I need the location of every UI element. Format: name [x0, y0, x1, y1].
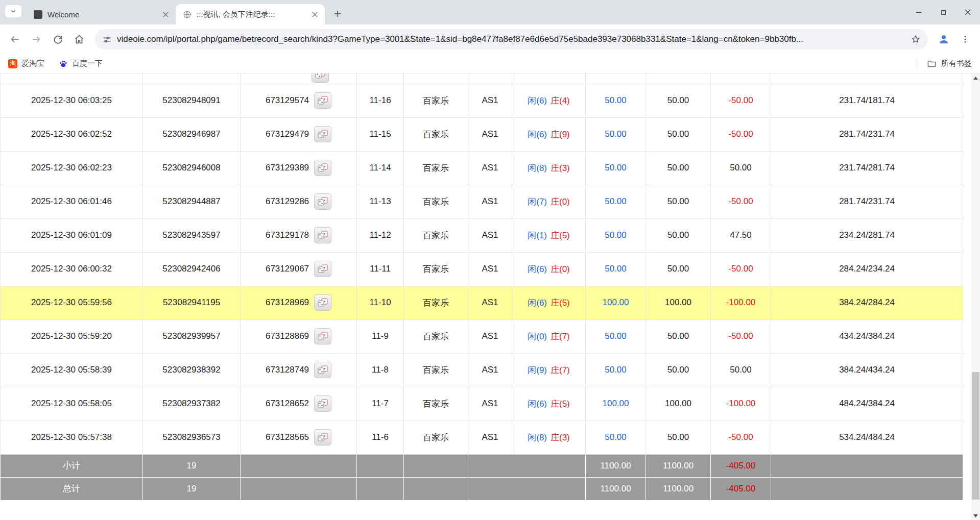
maximize-button[interactable] — [931, 0, 955, 24]
tab-close-icon[interactable] — [309, 9, 320, 19]
cell-game-id: 673129479 — [241, 117, 357, 151]
welcome-tab-favicon-icon — [34, 10, 42, 19]
cell-valid-amount: 50.00 — [646, 117, 711, 151]
bookmark-baidu[interactable]: 百度一下 — [59, 59, 103, 68]
game-result-icon[interactable] — [314, 193, 331, 210]
cell-balance: 384.24/434.24 — [771, 353, 963, 387]
bookmarks-bar: 淘 爱淘宝 百度一下 所有书签 — [0, 54, 980, 73]
cell-balance: 534.24/484.24 — [771, 420, 963, 454]
scrollbar[interactable] — [971, 73, 980, 520]
scrollbar-thumb[interactable] — [972, 372, 979, 500]
cell-table: AS1 — [468, 286, 512, 319]
result-player: 闲(6) — [528, 264, 547, 274]
subtotal-label: 小计 — [1, 454, 143, 477]
result-banker: 庄(0) — [551, 197, 570, 207]
cell-balance: 234.24/281.74 — [771, 218, 963, 252]
cell-game-type: 百家乐 — [404, 319, 468, 353]
tab-bet-record[interactable]: :::视讯, 会员下注纪录::: — [176, 4, 325, 24]
cell-balance: 384.24/284.24 — [771, 286, 963, 319]
site-info-tune-icon — [102, 35, 112, 44]
table-row: 2025-12-30 05:58:39 523082938392 6731287… — [1, 353, 963, 387]
cell-time: 2025-12-30 06:01:46 — [1, 185, 143, 218]
subtotal-valid: 1100.00 — [646, 454, 711, 477]
folder-icon — [927, 59, 937, 68]
scrollbar-up-arrow[interactable] — [971, 73, 980, 82]
game-result-icon[interactable] — [312, 73, 329, 83]
browser-window: Welcome :::视讯, 会员下注纪录::: — [0, 0, 980, 520]
game-result-icon[interactable] — [314, 395, 331, 412]
globe-favicon-icon — [183, 10, 192, 19]
game-id-text: 673129479 — [266, 129, 309, 139]
game-result-icon[interactable] — [314, 362, 331, 378]
table-row: 2025-12-30 05:57:38 523082936573 6731285… — [1, 420, 963, 454]
close-window-button[interactable] — [955, 0, 980, 24]
result-banker: 庄(0) — [551, 264, 570, 274]
game-id-text: 673128969 — [266, 298, 309, 308]
cell-game-id: 673128652 — [241, 387, 357, 420]
cell-win-loss: 50.00 — [711, 353, 771, 387]
game-result-icon[interactable] — [314, 294, 331, 311]
game-result-icon[interactable] — [314, 328, 331, 344]
game-result-icon[interactable] — [314, 126, 331, 142]
cell-time: 2025-12-30 05:58:05 — [1, 387, 143, 420]
cell-win-loss: 47.50 — [711, 218, 771, 252]
cell-win-loss: -50.00 — [711, 319, 771, 353]
chevron-down-icon — [10, 8, 17, 15]
tab-welcome[interactable]: Welcome — [27, 4, 176, 24]
game-result-icon[interactable] — [314, 160, 331, 176]
table-row: 2025-12-30 06:03:25 523082948091 6731295… — [1, 84, 963, 117]
cell-balance: 284.24/234.24 — [771, 252, 963, 286]
bet-records-table: 2025-12-30 06:03:25 523082948091 6731295… — [0, 73, 963, 501]
game-result-icon[interactable] — [314, 429, 331, 445]
address-bar[interactable]: videoie.com/ipl/portal.php/game/betrecor… — [95, 29, 928, 49]
cell-valid-amount: 50.00 — [646, 252, 711, 286]
scrollbar-down-arrow[interactable] — [971, 511, 980, 520]
reload-button[interactable] — [48, 30, 67, 49]
cell-game-type: 百家乐 — [404, 151, 468, 185]
cell-order-no: 523082946987 — [143, 117, 241, 151]
cell-bet-amount: 50.00 — [586, 218, 646, 252]
profile-avatar-icon — [938, 33, 950, 45]
minimize-button[interactable] — [906, 0, 931, 24]
tab-title: :::视讯, 会员下注纪录::: — [197, 10, 304, 19]
cell-table: AS1 — [468, 420, 512, 454]
cell-time: 2025-12-30 06:00:32 — [1, 252, 143, 286]
cell-game-id: 673129178 — [241, 218, 357, 252]
forward-button[interactable] — [27, 30, 46, 49]
browser-menu-button[interactable] — [955, 30, 975, 49]
cell-valid-amount: 50.00 — [646, 185, 711, 218]
result-player: 闲(8) — [528, 163, 547, 173]
back-button[interactable] — [5, 30, 25, 49]
cell-round: 11-6 — [357, 420, 404, 454]
game-result-icon[interactable] — [314, 261, 331, 277]
total-count: 19 — [143, 477, 241, 500]
result-banker: 庄(7) — [551, 332, 570, 341]
bookmark-star-icon[interactable] — [911, 34, 921, 44]
home-button[interactable] — [69, 30, 89, 49]
cell-valid-amount: 50.00 — [646, 420, 711, 454]
game-result-icon[interactable] — [314, 227, 331, 243]
maximize-icon — [941, 10, 946, 15]
cell-balance: 231.74/181.74 — [771, 84, 963, 117]
cell-game-id: 673129286 — [241, 185, 357, 218]
tab-search-button[interactable] — [5, 5, 21, 17]
result-banker: 庄(5) — [551, 399, 570, 409]
cell-order-no: 523082938392 — [143, 353, 241, 387]
cell-time: 2025-12-30 06:02:52 — [1, 117, 143, 151]
cell-order-no: 523082941195 — [143, 286, 241, 319]
table-row: 2025-12-30 06:00:32 523082942406 6731290… — [1, 252, 963, 286]
bookmark-label: 爱淘宝 — [21, 59, 44, 68]
game-result-icon[interactable] — [314, 92, 331, 109]
new-tab-button[interactable] — [330, 6, 345, 21]
profile-avatar-button[interactable] — [934, 30, 953, 49]
cell-order-no: 523082936573 — [143, 420, 241, 454]
cell-bet-amount: 100.00 — [586, 286, 646, 319]
all-bookmarks[interactable]: 所有书签 — [916, 59, 972, 69]
tab-close-icon[interactable] — [160, 9, 171, 19]
cell-game-type: 百家乐 — [404, 185, 468, 218]
total-valid: 1100.00 — [646, 477, 711, 500]
url-text: videoie.com/ipl/portal.php/game/betrecor… — [117, 34, 905, 44]
cell-result: 闲(7)庄(0) — [512, 185, 586, 218]
bookmark-taobao[interactable]: 淘 爱淘宝 — [8, 59, 44, 68]
cell-bet-amount: 50.00 — [586, 353, 646, 387]
